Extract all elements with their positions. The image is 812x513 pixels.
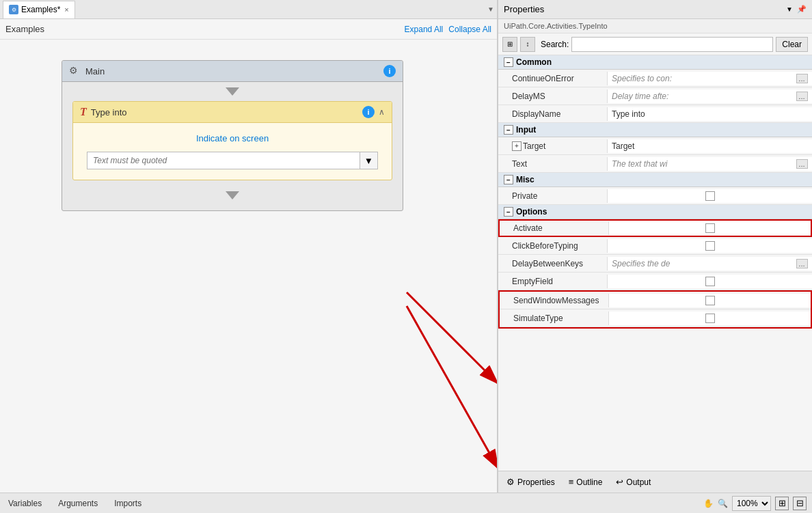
prop-text-text: The text that wi — [612, 159, 667, 169]
prop-name-delay-between-keys: DelayBetweenKeys — [498, 257, 608, 271]
properties-table: − Common ContinueOnError Specifies to co… — [498, 55, 812, 471]
prop-value-activate — [609, 221, 811, 235]
text-input-field[interactable] — [87, 152, 360, 169]
hand-icon[interactable]: ✋ — [703, 499, 714, 508]
triangle-down-icon-2 — [226, 191, 239, 199]
output-tab-label: Output — [626, 477, 651, 487]
props-dropdown-icon[interactable]: ▼ — [786, 5, 793, 13]
props-icon-btn-2[interactable]: ↕ — [520, 37, 535, 52]
sequence-info-icon[interactable]: i — [383, 65, 396, 77]
section-misc[interactable]: − Misc — [498, 173, 812, 187]
search-icon[interactable]: 🔍 — [718, 499, 728, 508]
tab-dropdown-icon[interactable]: ▼ — [487, 5, 494, 13]
properties-class-path: UiPath.Core.Activities.TypeInto — [498, 19, 812, 33]
props-pin-icon[interactable]: 📌 — [797, 5, 807, 14]
examples-tab[interactable]: ⚙ Examples* × — [3, 1, 75, 18]
sequence-bottom — [62, 180, 403, 210]
type-into-activity: T Type into i ∧ Indicate on screen ▼ — [72, 101, 392, 180]
collapse-all-button[interactable]: Collapse All — [448, 25, 491, 34]
properties-tab-icon: ⚙ — [506, 477, 515, 487]
fit-selection-icon[interactable]: ⊟ — [793, 497, 807, 510]
arguments-tab[interactable]: Arguments — [55, 497, 100, 510]
prop-value-display-name[interactable]: Type into — [608, 107, 812, 121]
prop-checkbox-private[interactable] — [705, 191, 715, 201]
prop-ellipsis-text[interactable]: ... — [796, 159, 808, 169]
activity-info-icon[interactable]: i — [362, 106, 375, 118]
right-panel: Properties ▼ 📌 UiPath.Core.Activities.Ty… — [498, 0, 812, 493]
prop-target-expand[interactable]: + — [512, 141, 522, 151]
svg-line-1 — [407, 292, 497, 385]
prop-value-text[interactable]: The text that wi ... — [608, 157, 812, 171]
tab-properties[interactable]: ⚙ Properties — [502, 475, 559, 488]
prop-checkbox-simulate-type[interactable] — [705, 314, 715, 323]
fit-page-icon[interactable]: ⊞ — [775, 497, 789, 510]
prop-name-simulate-type: SimulateType — [500, 311, 609, 325]
prop-value-click-before-typing — [608, 239, 812, 253]
prop-row-simulate-type: SimulateType — [500, 309, 811, 327]
prop-name-target: +Target — [498, 139, 608, 153]
prop-name-private: Private — [498, 189, 608, 203]
prop-value-private — [608, 189, 812, 203]
section-options[interactable]: − Options — [498, 205, 812, 219]
main-container: ⚙ Examples* × ▼ Examples Expand All Coll… — [0, 0, 812, 513]
prop-ellipsis-delay-ms[interactable]: ... — [796, 92, 808, 101]
prop-value-continue-on-error[interactable]: Specifies to con: ... — [608, 72, 812, 85]
sequence-container: ⚙ Main i T Type into i ∧ — [62, 60, 403, 211]
clear-button[interactable]: Clear — [776, 37, 808, 52]
prop-name-send-window-messages: SendWindowMessages — [500, 294, 609, 307]
zoom-controls: ✋ 🔍 50% 75% 100% 125% 150% ⊞ ⊟ — [703, 496, 807, 511]
section-input-expand[interactable]: − — [504, 125, 513, 135]
prop-checkbox-activate[interactable] — [705, 223, 715, 233]
tab-outline[interactable]: ≡ Outline — [565, 475, 607, 488]
prop-ellipsis-continue-on-error[interactable]: ... — [796, 74, 808, 83]
prop-row-send-window-messages: SendWindowMessages — [500, 292, 811, 309]
activity-body: Indicate on screen ▼ — [73, 123, 392, 180]
tab-close-icon[interactable]: × — [64, 5, 68, 14]
tab-bar: ⚙ Examples* × ▼ — [0, 0, 497, 19]
tab-output[interactable]: ↩ Output — [612, 475, 655, 488]
prop-checkbox-click-before-typing[interactable] — [705, 241, 715, 251]
section-misc-expand[interactable]: − — [504, 175, 513, 184]
indicate-on-screen-link[interactable]: Indicate on screen — [87, 133, 378, 143]
svg-line-2 — [407, 306, 497, 470]
prop-value-delay-between-keys[interactable]: Specifies the de ... — [608, 257, 812, 271]
right-panel-tabs: ⚙ Properties ≡ Outline ↩ Output — [498, 471, 812, 493]
expand-all-button[interactable]: Expand All — [405, 25, 444, 34]
prop-name-delay-ms: DelayMS — [498, 89, 608, 103]
properties-tab-label: Properties — [517, 477, 555, 487]
prop-row-display-name: DisplayName Type into — [498, 105, 812, 123]
prop-name-display-name: DisplayName — [498, 107, 608, 121]
prop-row-private: Private — [498, 187, 812, 205]
prop-ellipsis-delay-between-keys[interactable]: ... — [796, 259, 808, 268]
section-options-expand[interactable]: − — [504, 207, 513, 217]
prop-text-delay-ms: Delay time afte: — [612, 92, 668, 101]
prop-name-empty-field: EmptyField — [498, 275, 608, 288]
variables-tab[interactable]: Variables — [5, 497, 44, 510]
prop-text-target: Target — [612, 141, 634, 151]
prop-name-activate: Activate — [500, 221, 609, 235]
zoom-select[interactable]: 50% 75% 100% 125% 150% — [732, 496, 771, 511]
toolbar-actions: Expand All Collapse All — [405, 25, 491, 34]
section-common[interactable]: − Common — [498, 55, 812, 70]
activity-collapse-icon[interactable]: ∧ — [379, 107, 385, 117]
text-input-dropdown-btn[interactable]: ▼ — [360, 152, 378, 169]
prop-value-delay-ms[interactable]: Delay time afte: ... — [608, 89, 812, 103]
text-input-row: ▼ — [87, 152, 378, 169]
section-common-expand[interactable]: − — [504, 57, 513, 67]
left-panel: ⚙ Examples* × ▼ Examples Expand All Coll… — [0, 0, 498, 493]
prop-value-simulate-type — [609, 311, 811, 325]
bottom-bar: Variables Arguments Imports ✋ 🔍 50% 75% … — [0, 493, 812, 513]
activity-header: T Type into i ∧ — [73, 102, 392, 123]
prop-checkbox-send-window-messages[interactable] — [705, 296, 715, 305]
toolbar: Examples Expand All Collapse All — [0, 19, 497, 40]
prop-checkbox-empty-field[interactable] — [705, 277, 715, 286]
prop-value-target[interactable]: Target — [608, 139, 812, 153]
properties-search-input[interactable] — [571, 37, 773, 52]
section-input[interactable]: − Input — [498, 123, 812, 137]
props-icon-btn-1[interactable]: ⊞ — [502, 37, 517, 52]
outline-tab-label: Outline — [576, 477, 602, 487]
prop-row-activate: Activate — [498, 219, 812, 237]
search-label: Search: — [541, 40, 569, 49]
prop-row-text: Text The text that wi ... — [498, 155, 812, 173]
imports-tab[interactable]: Imports — [111, 497, 144, 510]
